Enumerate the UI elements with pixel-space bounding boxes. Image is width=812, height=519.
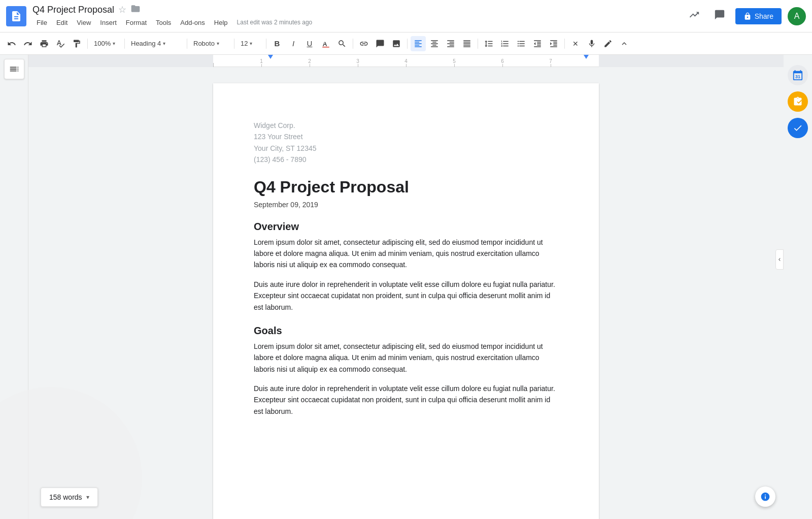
title-right: Share A	[685, 5, 806, 27]
document-page[interactable]: Widget Corp. 123 Your Street Your City, …	[213, 83, 599, 519]
title-bar: Q4 Project Proposal ☆ File Edit View Ins…	[0, 0, 812, 33]
toolbar-divider-8	[478, 39, 478, 49]
comment-button[interactable]	[373, 36, 388, 51]
menu-view[interactable]: View	[73, 17, 95, 28]
menu-file[interactable]: File	[32, 17, 51, 28]
svg-rect-0	[322, 47, 329, 48]
italic-button[interactable]: I	[286, 36, 301, 51]
color-button[interactable]	[318, 36, 333, 51]
app-logo[interactable]	[6, 6, 26, 26]
folder-icon[interactable]	[130, 4, 141, 16]
doc-title-area: Q4 Project Proposal ☆ File Edit View Ins…	[32, 4, 685, 28]
font-value: Roboto	[193, 40, 215, 47]
toolbar-divider-7	[407, 39, 408, 49]
size-arrow: ▾	[250, 41, 252, 46]
align-center-button[interactable]	[427, 36, 442, 51]
align-justify-button[interactable]	[459, 36, 475, 51]
word-count-bar[interactable]: 158 words ▾	[41, 488, 98, 507]
expand-toolbar-button[interactable]	[617, 36, 632, 51]
word-count-text: 158 words	[49, 493, 82, 501]
calendar-date: 31	[795, 74, 800, 79]
calendar-sidebar-button[interactable]: 31	[788, 65, 808, 85]
line-spacing-button[interactable]	[481, 36, 496, 51]
page-wrapper: Widget Corp. 123 Your Street Your City, …	[28, 67, 784, 519]
section2-heading: Goals	[254, 325, 558, 337]
toolbar-divider-9	[564, 39, 565, 49]
toolbar-divider-4	[234, 39, 234, 49]
document-main-title: Q4 Project Proposal	[254, 178, 558, 197]
ruler-right-margin	[599, 55, 784, 67]
image-button[interactable]	[389, 36, 404, 51]
share-button[interactable]: Share	[735, 8, 782, 24]
style-selector[interactable]: Heading 4 ▾	[128, 36, 184, 51]
main-area: 1 2 3 4 5 6 7 Wi	[28, 55, 784, 519]
style-arrow: ▾	[163, 41, 165, 46]
user-avatar[interactable]: A	[788, 7, 806, 25]
doc-title: Q4 Project Proposal ☆	[32, 4, 685, 16]
tasks-sidebar-button[interactable]	[788, 91, 808, 112]
word-count-chevron[interactable]: ▾	[86, 494, 89, 501]
menu-edit[interactable]: Edit	[52, 17, 72, 28]
link-button[interactable]	[356, 36, 371, 51]
decrease-indent-button[interactable]	[530, 36, 545, 51]
toolbar-divider-6	[353, 39, 353, 49]
ruler-inner: 1 2 3 4 5 6 7	[213, 55, 599, 67]
contacts-sidebar-button[interactable]	[788, 118, 808, 138]
menu-insert[interactable]: Insert	[96, 17, 121, 28]
document-date: September 09, 2019	[254, 201, 558, 209]
underline-button[interactable]: U	[302, 36, 317, 51]
toolbar-divider-1	[87, 39, 88, 49]
star-icon[interactable]: ☆	[118, 4, 126, 15]
redo-button[interactable]	[20, 36, 36, 51]
highlight-button[interactable]	[334, 36, 350, 51]
size-value: 12	[241, 40, 248, 47]
toolbar-divider-3	[187, 39, 187, 49]
address-line2: Your City, ST 12345	[254, 143, 558, 154]
zoom-arrow: ▾	[113, 41, 115, 46]
phone: (123) 456 - 7890	[254, 154, 558, 165]
paintformat-button[interactable]	[69, 36, 84, 51]
print-button[interactable]	[37, 36, 52, 51]
menu-help[interactable]: Help	[210, 17, 232, 28]
table-of-contents-icon[interactable]	[4, 59, 24, 79]
toolbar-divider-2	[124, 39, 125, 49]
section1-body2: Duis aute irure dolor in reprehenderit i…	[254, 279, 558, 313]
menu-bar: File Edit View Insert Format Tools Add-o…	[32, 17, 685, 28]
menu-format[interactable]: Format	[122, 17, 151, 28]
bullet-list-button[interactable]	[514, 36, 529, 51]
voice-input-button[interactable]	[584, 36, 599, 51]
analytics-icon[interactable]	[685, 5, 704, 27]
last-edit: Last edit was 2 minutes ago	[237, 19, 313, 28]
numbered-list-button[interactable]	[497, 36, 513, 51]
toolbar: 100% ▾ Heading 4 ▾ Roboto ▾ 12 ▾ B I U	[0, 33, 812, 55]
zoom-value: 100%	[94, 40, 111, 47]
ruler-left-margin	[28, 55, 213, 67]
company-name: Widget Corp.	[254, 120, 558, 131]
explore-button[interactable]	[755, 486, 775, 507]
pen-button[interactable]	[600, 36, 616, 51]
ruler: 1 2 3 4 5 6 7	[28, 55, 784, 67]
section1-body1: Lorem ipsum dolor sit amet, consectetur …	[254, 237, 558, 271]
menu-tools[interactable]: Tools	[152, 17, 175, 28]
comments-icon[interactable]	[710, 5, 729, 27]
right-sidebar: 31	[784, 55, 812, 519]
doc-title-text[interactable]: Q4 Project Proposal	[32, 5, 114, 15]
share-label: Share	[755, 12, 773, 20]
spellcheck-button[interactable]	[53, 36, 68, 51]
zoom-selector[interactable]: 100% ▾	[91, 36, 121, 51]
increase-indent-button[interactable]	[546, 36, 561, 51]
left-sidebar	[0, 55, 28, 519]
menu-addons[interactable]: Add-ons	[176, 17, 209, 28]
sidebar-expand-button[interactable]	[775, 249, 784, 270]
company-info: Widget Corp. 123 Your Street Your City, …	[254, 120, 558, 166]
bold-button[interactable]: B	[269, 36, 285, 51]
section1-heading: Overview	[254, 221, 558, 233]
align-right-button[interactable]	[443, 36, 458, 51]
font-selector[interactable]: Roboto ▾	[190, 36, 231, 51]
align-left-button[interactable]	[411, 36, 426, 51]
undo-button[interactable]	[4, 36, 19, 51]
toolbar-divider-5	[266, 39, 266, 49]
clear-format-button[interactable]: ✕	[568, 36, 583, 51]
size-selector[interactable]: 12 ▾	[238, 36, 263, 51]
section2-body1: Lorem ipsum dolor sit amet, consectetur …	[254, 341, 558, 375]
